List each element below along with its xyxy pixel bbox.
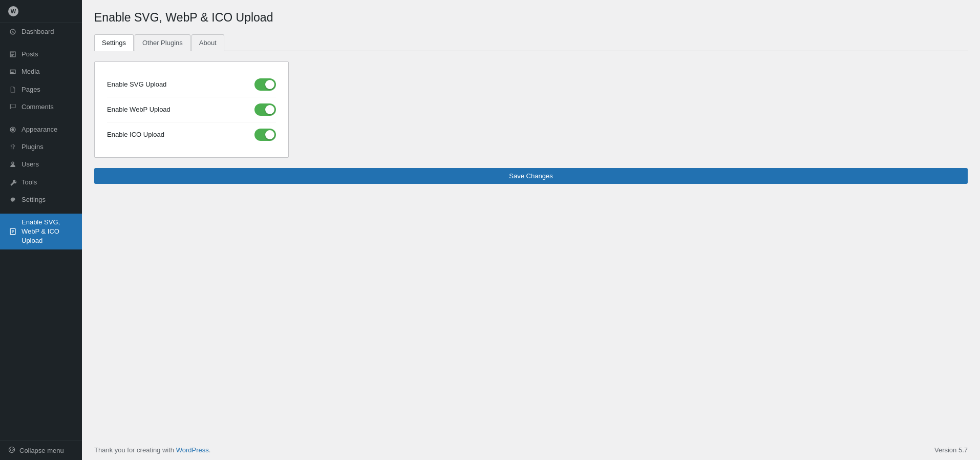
tabs-nav: Settings Other Plugins About: [94, 34, 968, 51]
comments-icon: [8, 102, 17, 112]
ico-upload-toggle[interactable]: [254, 129, 276, 141]
plugins-icon: [8, 142, 17, 152]
svg-toggle-knob: [265, 80, 274, 89]
sidebar-item-appearance[interactable]: Appearance: [0, 121, 82, 138]
plugin-page-icon: [8, 227, 17, 236]
version-text: Version 5.7: [934, 446, 968, 454]
collapse-menu-label: Collapse menu: [19, 447, 64, 454]
webp-toggle-knob: [265, 105, 274, 114]
sidebar-item-pages-label: Pages: [22, 85, 40, 94]
tools-icon: [8, 178, 17, 187]
sidebar-item-posts[interactable]: Posts: [0, 46, 82, 63]
sidebar-item-dashboard-label: Dashboard: [22, 27, 54, 36]
sidebar-item-media[interactable]: Media: [0, 63, 82, 80]
sidebar-item-dashboard[interactable]: Dashboard: [0, 23, 82, 40]
sidebar-item-settings[interactable]: Settings: [0, 191, 82, 208]
sidebar-item-tools-label: Tools: [22, 178, 37, 187]
ico-upload-row: Enable ICO Upload: [107, 122, 276, 147]
webp-upload-label: Enable WebP Upload: [107, 106, 171, 113]
wp-logo: W: [0, 0, 82, 23]
page-title: Enable SVG, WebP & ICO Upload: [94, 10, 968, 26]
ico-toggle-knob: [265, 130, 274, 139]
footer-text: Thank you for creating with WordPress.: [94, 446, 210, 454]
sidebar-item-plugins[interactable]: Plugins: [0, 138, 82, 156]
sidebar-item-tools[interactable]: Tools: [0, 174, 82, 191]
main-content: Enable SVG, WebP & ICO Upload Settings O…: [82, 0, 980, 460]
sidebar-item-pages[interactable]: Pages: [0, 81, 82, 98]
sidebar-item-users[interactable]: Users: [0, 156, 82, 173]
save-changes-button[interactable]: Save Changes: [94, 168, 968, 184]
collapse-menu-button[interactable]: Collapse menu: [0, 441, 82, 460]
sidebar-item-appearance-label: Appearance: [22, 125, 57, 134]
webp-upload-row: Enable WebP Upload: [107, 97, 276, 122]
sidebar-item-posts-label: Posts: [22, 50, 38, 59]
sidebar-item-settings-label: Settings: [22, 195, 46, 204]
sidebar: W Dashboard Posts Media Pages Comments: [0, 0, 82, 460]
svg-upload-row: Enable SVG Upload: [107, 72, 276, 97]
sidebar-item-enable-svg[interactable]: Enable SVG, WebP & ICO Upload: [0, 214, 82, 250]
tab-settings[interactable]: Settings: [94, 34, 134, 51]
pages-icon: [8, 85, 17, 94]
webp-upload-toggle[interactable]: [254, 103, 276, 116]
sidebar-item-plugins-label: Plugins: [22, 142, 44, 152]
tab-other-plugins[interactable]: Other Plugins: [135, 34, 190, 51]
sidebar-item-users-label: Users: [22, 160, 39, 169]
ico-upload-label: Enable ICO Upload: [107, 131, 164, 138]
ico-toggle-track: [254, 129, 276, 141]
users-icon: [8, 160, 17, 169]
posts-icon: [8, 50, 17, 59]
svg-toggle-track: [254, 78, 276, 91]
webp-toggle-track: [254, 103, 276, 116]
collapse-icon: [8, 446, 15, 455]
dashboard-icon: [8, 27, 17, 36]
media-icon: [8, 67, 17, 76]
sidebar-item-comments-label: Comments: [22, 102, 54, 112]
appearance-icon: [8, 125, 17, 134]
footer: Thank you for creating with WordPress. V…: [82, 446, 980, 454]
sidebar-item-enable-svg-label: Enable SVG, WebP & ICO Upload: [22, 218, 74, 246]
wp-logo-icon: W: [8, 6, 18, 16]
svg-upload-toggle[interactable]: [254, 78, 276, 91]
sidebar-item-media-label: Media: [22, 67, 39, 76]
svg-upload-label: Enable SVG Upload: [107, 80, 166, 88]
settings-icon: [8, 195, 17, 204]
settings-card: Enable SVG Upload Enable WebP Upload Ena…: [94, 61, 289, 158]
tab-about[interactable]: About: [191, 34, 224, 51]
sidebar-item-comments[interactable]: Comments: [0, 98, 82, 116]
wordpress-link[interactable]: WordPress: [176, 446, 209, 454]
